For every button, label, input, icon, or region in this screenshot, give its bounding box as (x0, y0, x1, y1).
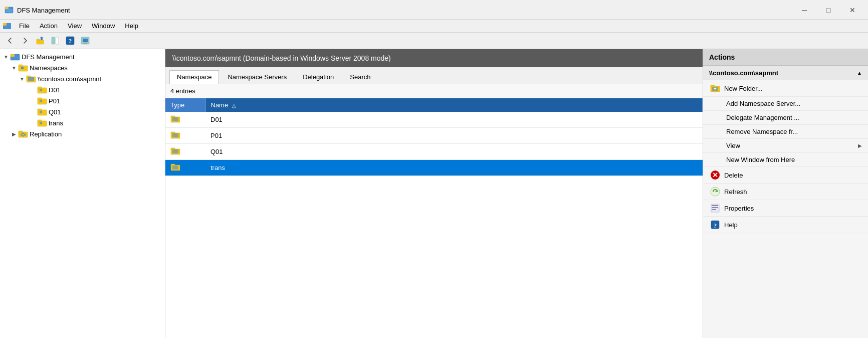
menu-window[interactable]: Window (87, 21, 120, 31)
tree-item-q01[interactable]: Q01 (0, 106, 165, 117)
col-header-type[interactable]: Type (165, 98, 205, 112)
close-button[interactable]: ✕ (841, 3, 864, 17)
svg-rect-18 (21, 67, 24, 69)
table-header-row: Type Name △ (165, 98, 703, 112)
tab-search[interactable]: Search (342, 70, 378, 84)
action-delegate-label: Delegate Management ... (726, 114, 799, 121)
tree-label-d01: D01 (49, 86, 61, 94)
minimize-button[interactable]: ─ (793, 3, 816, 17)
namespace-table: Type Name △ D01 P01 Q01 (165, 98, 703, 176)
title-bar-left: DFS Management (4, 5, 70, 15)
svg-rect-13 (84, 43, 87, 44)
svg-rect-32 (38, 120, 42, 122)
tree-item-replication[interactable]: ▶ Replication (0, 128, 165, 139)
entries-count: 4 entries (170, 87, 195, 95)
namespaces-icon (18, 63, 28, 72)
actions-section-collapse-icon: ▲ (857, 70, 862, 76)
svg-rect-4 (3, 23, 7, 26)
tab-namespace[interactable]: Namespace (169, 70, 219, 84)
cell-type (165, 144, 205, 160)
right-panel: Actions \\contoso.com\sapmnt ▲ + New Fol… (703, 49, 868, 338)
console-button[interactable] (78, 34, 92, 47)
col-header-name[interactable]: Name △ (205, 98, 703, 112)
refresh-icon (710, 187, 720, 197)
table-row[interactable]: P01 (165, 128, 703, 144)
main-area: ▼ DFS Management ▼ Namespaces (0, 49, 868, 338)
action-refresh-label: Refresh (724, 188, 747, 196)
table-container: Type Name △ D01 P01 Q01 (165, 98, 703, 338)
trans-icon (37, 118, 47, 127)
svg-rect-15 (11, 54, 15, 57)
tree-item-p01[interactable]: P01 (0, 95, 165, 106)
tree-expand-namespaces[interactable]: ▼ (10, 64, 18, 72)
svg-rect-44 (172, 149, 178, 153)
svg-rect-41 (172, 133, 178, 137)
tree-expand-p01-spacer (29, 97, 37, 105)
action-delegate-management[interactable]: Delegate Management ... (703, 111, 868, 125)
table-row[interactable]: D01 (165, 112, 703, 128)
svg-text:?: ? (69, 37, 72, 45)
tree-expand-replication[interactable]: ▶ (10, 130, 18, 138)
namespace-header-text: \\contoso.com\sapmnt (Domain-based in Wi… (172, 54, 391, 62)
tree-item-trans[interactable]: trans (0, 117, 165, 128)
menu-action[interactable]: Action (35, 21, 63, 31)
tree-expand-d01-spacer (29, 86, 37, 94)
forward-button[interactable] (18, 34, 32, 47)
table-body: D01 P01 Q01 trans (165, 112, 703, 176)
namespace-header: \\contoso.com\sapmnt (Domain-based in Wi… (165, 49, 703, 67)
title-bar: DFS Management ─ □ ✕ (0, 0, 868, 20)
tree-label-trans: trans (49, 119, 63, 127)
delete-icon: ✕ (710, 170, 720, 180)
action-remove-namespace[interactable]: Remove Namespace fr... (703, 125, 868, 139)
dfs-root-icon (10, 52, 20, 61)
action-new-folder[interactable]: + New Folder... (703, 80, 868, 97)
svg-rect-24 (40, 89, 42, 91)
svg-rect-8 (56, 37, 59, 44)
action-new-folder-label: New Folder... (724, 85, 763, 92)
view-submenu-arrow: ▶ (858, 143, 862, 148)
tree-expand-trans-spacer (29, 119, 37, 127)
svg-text:+: + (714, 86, 716, 91)
action-refresh[interactable]: Refresh (703, 184, 868, 200)
action-help[interactable]: ? Help (703, 217, 868, 233)
show-hide-button[interactable] (48, 34, 62, 47)
maximize-button[interactable]: □ (817, 3, 840, 17)
back-button[interactable] (3, 34, 17, 47)
action-add-namespace-server[interactable]: Add Namespace Server... (703, 97, 868, 111)
tree-expand-q01-spacer (29, 108, 37, 116)
table-row[interactable]: Q01 (165, 144, 703, 160)
properties-icon (710, 203, 720, 213)
actions-section-label: \\contoso.com\sapmnt (709, 69, 778, 77)
tree-item-d01[interactable]: D01 (0, 84, 165, 95)
svg-rect-57 (712, 207, 718, 208)
cell-name: P01 (205, 128, 703, 144)
cell-type (165, 112, 205, 128)
table-row[interactable]: trans (165, 160, 703, 176)
svg-text:?: ? (714, 222, 717, 229)
svg-text:✕: ✕ (712, 171, 718, 179)
tree-item-dfs-root[interactable]: ▼ DFS Management (0, 51, 165, 62)
tree-expand-dfs[interactable]: ▼ (2, 53, 10, 61)
tree-item-namespace-contoso[interactable]: ▼ \\contoso.com\sapmnt (0, 73, 165, 84)
action-add-ns-label: Add Namespace Server... (726, 100, 800, 107)
tree-expand-contoso[interactable]: ▼ (18, 75, 26, 83)
svg-rect-30 (40, 111, 42, 113)
action-properties[interactable]: Properties (703, 200, 868, 217)
app-title: DFS Management (17, 7, 70, 14)
action-view[interactable]: View ▶ (703, 139, 868, 153)
action-properties-label: Properties (724, 205, 754, 212)
menu-file[interactable]: File (14, 21, 35, 31)
menu-help[interactable]: Help (120, 21, 143, 31)
up-button[interactable] (33, 34, 47, 47)
tree-item-namespaces[interactable]: ▼ Namespaces (0, 62, 165, 73)
svg-rect-23 (38, 87, 42, 89)
menu-view[interactable]: View (63, 21, 87, 31)
action-delete[interactable]: ✕ Delete (703, 167, 868, 184)
action-new-window[interactable]: New Window from Here (703, 153, 868, 167)
actions-section-namespace[interactable]: \\contoso.com\sapmnt ▲ (703, 66, 868, 80)
help-button[interactable]: ? (63, 34, 77, 47)
action-view-label: View (726, 142, 740, 149)
tab-namespace-servers[interactable]: Namespace Servers (220, 70, 294, 84)
tab-delegation[interactable]: Delegation (295, 70, 341, 84)
contoso-icon (26, 74, 36, 83)
